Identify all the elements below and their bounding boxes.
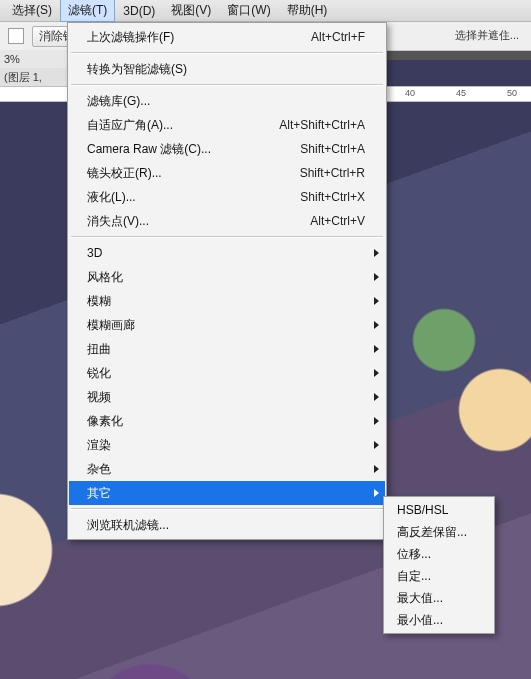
filter-menu: 上次滤镜操作(F)Alt+Ctrl+F转换为智能滤镜(S)滤镜库(G)...自适… — [67, 22, 387, 540]
layer-indicator: (图层 1, — [0, 68, 72, 86]
menu-label: 视图(V) — [171, 3, 211, 17]
chevron-right-icon — [374, 489, 379, 497]
menu-item[interactable]: 风格化 — [69, 265, 385, 289]
menu-item[interactable]: 模糊 — [69, 289, 385, 313]
menu-separator — [71, 84, 383, 86]
ruler-tick: 45 — [456, 88, 466, 98]
menu-item-label: 浏览联机滤镜... — [87, 517, 365, 534]
layer-text: (图层 1, — [4, 71, 42, 83]
chevron-right-icon — [374, 297, 379, 305]
menu-item-label: 转换为智能滤镜(S) — [87, 61, 365, 78]
menu-item-shortcut: Shift+Ctrl+R — [300, 166, 365, 180]
submenu-item-label: 位移... — [397, 546, 479, 563]
menu-item[interactable]: 自适应广角(A)...Alt+Shift+Ctrl+A — [69, 113, 385, 137]
menu-item-label: 锐化 — [87, 365, 365, 382]
menu-item-label: Camera Raw 滤镜(C)... — [87, 141, 270, 158]
menu-item-label: 镜头校正(R)... — [87, 165, 270, 182]
menu-label: 滤镜(T) — [68, 3, 107, 17]
menu-item-label: 模糊画廊 — [87, 317, 365, 334]
menu-item[interactable]: 镜头校正(R)...Shift+Ctrl+R — [69, 161, 385, 185]
menu-item[interactable]: 像素化 — [69, 409, 385, 433]
submenu-item-label: 最大值... — [397, 590, 479, 607]
menu-label: 选择(S) — [12, 3, 52, 17]
chevron-right-icon — [374, 273, 379, 281]
menu-item-label: 扭曲 — [87, 341, 365, 358]
filter-other-submenu: HSB/HSL高反差保留...位移...自定...最大值...最小值... — [383, 496, 495, 634]
menu-item[interactable]: 浏览联机滤镜... — [69, 513, 385, 537]
zoom-indicator: 3% — [0, 50, 72, 68]
ruler-tick: 50 — [507, 88, 517, 98]
tool-preset-swatch[interactable] — [8, 28, 24, 44]
menu-item-shortcut: Shift+Ctrl+X — [300, 190, 365, 204]
menu-item-label: 风格化 — [87, 269, 365, 286]
menu-item[interactable]: 锐化 — [69, 361, 385, 385]
menu-item-shortcut: Alt+Shift+Ctrl+A — [279, 118, 365, 132]
submenu-item[interactable]: 位移... — [385, 543, 493, 565]
menu-item[interactable]: 转换为智能滤镜(S) — [69, 57, 385, 81]
menu-item[interactable]: 杂色 — [69, 457, 385, 481]
menu-item-shortcut: Alt+Ctrl+V — [310, 214, 365, 228]
menu-item[interactable]: 3D — [69, 241, 385, 265]
menu-label: 3D(D) — [123, 4, 155, 18]
menu-filter[interactable]: 滤镜(T) — [60, 0, 115, 22]
chevron-right-icon — [374, 321, 379, 329]
menu-separator — [71, 508, 383, 510]
ruler-tick: 40 — [405, 88, 415, 98]
chevron-right-icon — [374, 417, 379, 425]
menu-item[interactable]: 扭曲 — [69, 337, 385, 361]
menu-label: 窗口(W) — [227, 3, 270, 17]
submenu-item[interactable]: HSB/HSL — [385, 499, 493, 521]
chevron-right-icon — [374, 345, 379, 353]
menu-separator — [71, 236, 383, 238]
menu-window[interactable]: 窗口(W) — [219, 0, 278, 22]
menu-item-shortcut: Shift+Ctrl+A — [300, 142, 365, 156]
menu-item[interactable]: Camera Raw 滤镜(C)...Shift+Ctrl+A — [69, 137, 385, 161]
menu-item[interactable]: 模糊画廊 — [69, 313, 385, 337]
menu-item[interactable]: 其它 — [69, 481, 385, 505]
submenu-item[interactable]: 最大值... — [385, 587, 493, 609]
menu-3d[interactable]: 3D(D) — [115, 1, 163, 21]
menu-separator — [71, 52, 383, 54]
menu-item-label: 像素化 — [87, 413, 365, 430]
menu-label: 帮助(H) — [287, 3, 328, 17]
submenu-item-label: 自定... — [397, 568, 479, 585]
menu-select[interactable]: 选择(S) — [4, 0, 60, 22]
submenu-item-label: HSB/HSL — [397, 503, 479, 517]
menu-item[interactable]: 滤镜库(G)... — [69, 89, 385, 113]
menu-item-label: 其它 — [87, 485, 365, 502]
submenu-item-label: 最小值... — [397, 612, 479, 629]
chevron-right-icon — [374, 441, 379, 449]
menu-item-label: 渲染 — [87, 437, 365, 454]
menu-item-label: 模糊 — [87, 293, 365, 310]
menu-item[interactable]: 消失点(V)...Alt+Ctrl+V — [69, 209, 385, 233]
menu-help[interactable]: 帮助(H) — [279, 0, 336, 22]
menu-item-label: 3D — [87, 246, 365, 260]
submenu-item[interactable]: 高反差保留... — [385, 521, 493, 543]
select-and-mask-hint[interactable]: 选择并遮住... — [455, 28, 519, 43]
menu-item-label: 杂色 — [87, 461, 365, 478]
submenu-item[interactable]: 自定... — [385, 565, 493, 587]
menu-item[interactable]: 视频 — [69, 385, 385, 409]
chevron-right-icon — [374, 369, 379, 377]
submenu-item-label: 高反差保留... — [397, 524, 479, 541]
menu-item-label: 上次滤镜操作(F) — [87, 29, 281, 46]
menu-item-label: 消失点(V)... — [87, 213, 280, 230]
chevron-right-icon — [374, 249, 379, 257]
menu-item-label: 液化(L)... — [87, 189, 270, 206]
submenu-item[interactable]: 最小值... — [385, 609, 493, 631]
menu-item-shortcut: Alt+Ctrl+F — [311, 30, 365, 44]
menu-item-label: 视频 — [87, 389, 365, 406]
menu-item-label: 自适应广角(A)... — [87, 117, 249, 134]
chevron-right-icon — [374, 465, 379, 473]
menubar: 选择(S) 滤镜(T) 3D(D) 视图(V) 窗口(W) 帮助(H) — [0, 0, 531, 22]
chevron-right-icon — [374, 393, 379, 401]
menu-item[interactable]: 上次滤镜操作(F)Alt+Ctrl+F — [69, 25, 385, 49]
menu-item[interactable]: 液化(L)...Shift+Ctrl+X — [69, 185, 385, 209]
menu-item-label: 滤镜库(G)... — [87, 93, 365, 110]
menu-item[interactable]: 渲染 — [69, 433, 385, 457]
menu-view[interactable]: 视图(V) — [163, 0, 219, 22]
zoom-text: 3% — [4, 53, 20, 65]
